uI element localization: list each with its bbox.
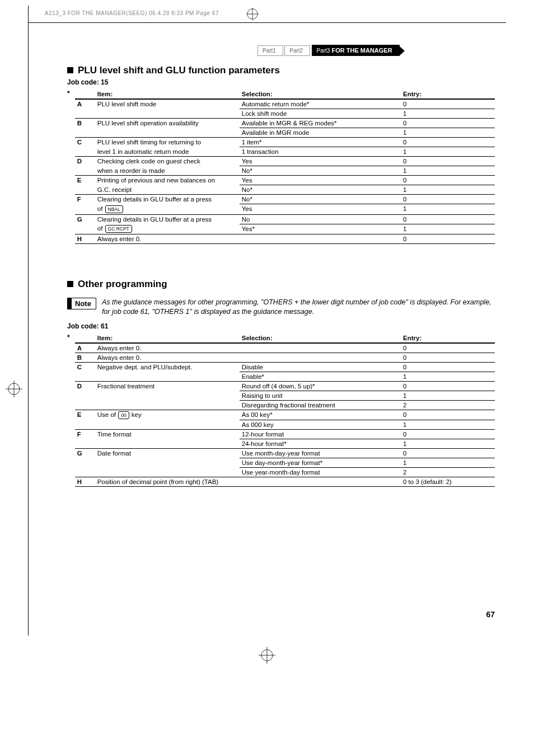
star-marker: * — [67, 334, 75, 487]
breadcrumb-part1: Part1 — [257, 45, 283, 56]
table-row: EPrinting of previous and new balances o… — [75, 176, 495, 185]
table-row: Use year-month-day format2 — [75, 468, 495, 477]
table-header-selection: Selection: — [240, 334, 401, 343]
table-row: As 000 key1 — [75, 420, 495, 430]
table-row: DChecking clerk code on guest checkYes0 — [75, 157, 495, 166]
note-label: Note — [67, 298, 96, 309]
breadcrumb: Part1 Part2 Part3 FOR THE MANAGER — [257, 45, 495, 56]
table-row: Raising to unit1 — [75, 391, 495, 400]
section2-title-text: Other programming — [78, 279, 167, 289]
breadcrumb-part3-prefix: Part3 — [317, 48, 330, 54]
table-row: G.C. receiptNo*1 — [75, 185, 495, 195]
note-text: As the guidance messages for other progr… — [102, 298, 495, 317]
table-row: when a reorder is madeNo*1 — [75, 166, 495, 176]
section1-title: PLU level shift and GLU function paramet… — [67, 65, 495, 76]
table-row: HPosition of decimal point (from right) … — [75, 477, 495, 487]
crop-mark-icon — [0, 647, 534, 665]
star-marker: * — [67, 90, 75, 244]
table-row: CNegative dept. and PLU/subdept.Disable0 — [75, 362, 495, 372]
table-row: AAlways enter 0.0 — [75, 343, 495, 353]
square-bullet-icon — [67, 281, 73, 287]
table-row: HAlways enter 0.0 — [75, 234, 495, 244]
table-row: FClearing details in GLU buffer at a pre… — [75, 195, 495, 204]
section2-title: Other programming — [67, 279, 495, 290]
header-line: A213_3 FOR THE MANAGER(SEEG) 06.4.28 8:3… — [45, 10, 219, 16]
page-number: 67 — [67, 610, 495, 619]
table-header-entry: Entry: — [401, 90, 495, 99]
table-header-blank — [75, 334, 95, 343]
breadcrumb-part2: Part2 — [284, 45, 310, 56]
table-row: BAlways enter 0.0 — [75, 353, 495, 362]
breadcrumb-part3: Part3 FOR THE MANAGER — [312, 45, 400, 56]
table-header-item: Item: — [95, 90, 240, 99]
table-row: GDate formatUse month-day-year format0 — [75, 449, 495, 458]
table-row: APLU level shift modeAutomatic return mo… — [75, 99, 495, 109]
table-header-blank — [75, 90, 95, 99]
table-row: Enable*1 — [75, 372, 495, 381]
table-row: of GC RCPTYes*1 — [75, 224, 495, 234]
table-row: CPLU level shift timing for returning to… — [75, 138, 495, 147]
table-header-item: Item: — [95, 334, 240, 343]
table-row: BPLU level shift operation availabilityA… — [75, 119, 495, 128]
side-rule — [28, 6, 29, 636]
table-header-selection: Selection: — [240, 90, 401, 99]
registration-mark-icon — [246, 8, 259, 20]
section2-job-code: Job code: 61 — [67, 322, 495, 330]
section1-table: Item: Selection: Entry: APLU level shift… — [75, 90, 495, 244]
table-row: Available in MGR mode1 — [75, 128, 495, 138]
table-row: EUse of 00 keyAs 00 key*0 — [75, 410, 495, 420]
note-box: Note As the guidance messages for other … — [67, 298, 495, 317]
chevron-right-icon — [399, 46, 405, 56]
section2-table: Item: Selection: Entry: AAlways enter 0.… — [75, 334, 495, 487]
table-row: FTime format12-hour format0 — [75, 430, 495, 439]
breadcrumb-part3-label: FOR THE MANAGER — [330, 47, 392, 54]
table-row: DFractional treatmentRound off (4 down, … — [75, 381, 495, 391]
table-row: of NBALYes1 — [75, 204, 495, 215]
section1-job-code: Job code: 15 — [67, 78, 495, 86]
table-row: Disregarding fractional treatment2 — [75, 400, 495, 410]
table-row: GClearing details in GLU buffer at a pre… — [75, 214, 495, 224]
table-row: Use day-month-year format*1 — [75, 458, 495, 468]
square-bullet-icon — [67, 67, 73, 73]
crop-mark-icon — [6, 381, 22, 397]
table-row: Lock shift mode1 — [75, 109, 495, 119]
table-header-entry: Entry: — [401, 334, 495, 343]
table-row: level 1 in automatic return mode1 transa… — [75, 147, 495, 157]
section1-title-text: PLU level shift and GLU function paramet… — [78, 65, 280, 76]
table-row: 24-hour format*1 — [75, 439, 495, 449]
top-rule — [28, 22, 506, 23]
